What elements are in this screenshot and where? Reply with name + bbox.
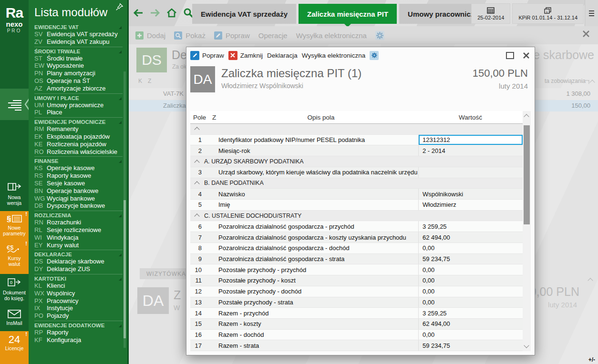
dialog-eshipping-menu[interactable]: Wysyłka elektroniczna [302,52,365,59]
back-icon[interactable] [133,7,144,19]
scrollbar-thumb[interactable] [524,125,530,224]
field-value-cell[interactable]: 2 - 2014 [418,145,523,156]
field-value-cell[interactable]: 12312312 [418,135,523,145]
home-icon[interactable] [166,7,177,19]
sidebar-module-item[interactable]: IX Instytucje [34,304,123,312]
table-field-row[interactable]: 8 Pozarolnicza działalność gospodarcza -… [190,243,523,254]
panel-scrollbar-thumb[interactable] [124,200,126,338]
table-field-row[interactable]: 1 Identyfikator podatkowy NIP/numer PESE… [190,135,523,146]
sidebar-module-item[interactable]: PN Plany amortyzacji [34,70,123,77]
module-section-header[interactable]: KARTOTEKI [34,274,123,282]
shortcut-nowa-wersja[interactable]: Nowa wersja [0,179,29,209]
table-field-row[interactable]: 13 Pozstałe przychody - strata 0,00 [190,297,523,308]
table-group-row[interactable] [190,124,523,135]
table-field-row[interactable]: 10 Pozostałe przychody - przychód 0,00 [190,264,523,275]
scroll-down-icon[interactable] [524,343,529,348]
module-section-header[interactable]: EWIDENCJE POMOCNICZE [34,117,123,125]
table-field-row[interactable]: 4 Nazwisko Wspólnikowski [190,189,523,200]
module-section-header[interactable]: ŚRODKI TRWAŁE [34,47,123,55]
shortcut-kursy-walut[interactable]: ! €$ Kursy walut [0,241,29,274]
table-field-row[interactable]: 12 Pozostałe przychody - dochód 0,00 [190,286,523,297]
sidebar-module-item[interactable]: RL Sesje rozliczeniowe [34,226,123,234]
sidebar-module-item[interactable]: OS Operacje na ŚT [34,77,123,85]
field-value-cell[interactable]: 0,00 [418,243,523,253]
sidebar-module-item[interactable]: WI Windykacja [34,234,123,242]
forward-icon[interactable] [149,7,161,19]
period-button[interactable]: 1 KPiR 01.01.14 - 31.12.14 [512,3,584,24]
sidebar-module-item[interactable]: DY Deklaracje ZUS [34,265,123,273]
sidebar-module-item[interactable]: SV Ewidencja VAT sprzedaży [34,30,123,38]
table-group-row[interactable]: A. URZĄD SKARBOWY PODATNIKA [190,156,523,167]
sidebar-module-item[interactable]: ZV Ewidencja VAT zakupu [34,38,123,46]
sidebar-module-item[interactable]: PO Pojazdy [34,312,123,320]
table-field-row[interactable]: 2 Miesiąc-rok 2 - 2014 [190,145,523,156]
table-field-row[interactable]: 15 Razem - koszty 62 494,00 [190,319,523,330]
field-value-cell[interactable]: 0,00 [418,297,523,308]
shortcut-nowe-parametry[interactable]: ! § Nowe parametry [0,211,29,241]
tab-zaliczka-miesieczna-pit[interactable]: Zaliczka miesięczna PIT [299,4,397,24]
shortcut-licencje[interactable]: ! 24 Licencje [0,331,29,364]
sidebar-module-item[interactable]: KS Operacje kasowe [34,164,123,172]
module-section-header[interactable]: FINANSE [34,156,123,164]
column-header-z[interactable]: Z [212,114,224,121]
window-close-icon[interactable] [523,52,530,59]
module-section-header[interactable]: EWIDENCJE VAT [34,23,123,30]
table-group-row[interactable]: B. DANE PODATNIKA [190,178,523,189]
sidebar-module-item[interactable]: RO Rozliczenia właścicielskie [34,148,123,156]
tab-ewidencja-vat-sprzedazy[interactable]: Ewidencja VAT sprzedaży [192,4,296,24]
sidebar-module-item[interactable]: RM Remanenty [34,125,123,133]
column-header-opis[interactable]: Opis pola [224,114,418,121]
sidebar-module-item[interactable]: WG Wyciągi bankowe [34,195,123,202]
field-value-cell[interactable]: 62 494,00 [418,319,523,329]
sidebar-module-item[interactable]: UM Umowy pracownicze [34,101,123,109]
table-field-row[interactable]: 9 Pozarolnicza działalność gospodarcza -… [190,254,523,265]
pin-icon[interactable] [115,3,124,11]
table-field-row[interactable]: 3 Urząd skarbowy, którym kieruje właściw… [190,167,523,178]
field-value-cell[interactable]: 0,00 [418,275,523,286]
field-value-cell[interactable]: 3 259,25 [418,221,523,232]
sidebar-module-item[interactable]: EK Eksploatacja pojazdów [34,133,123,141]
field-value-cell[interactable]: 59 234,75 [418,254,523,264]
sidebar-module-item[interactable]: KF Konfiguracja [34,336,123,344]
menu-icon[interactable] [585,0,598,26]
sidebar-module-item[interactable]: RP Raporty [34,329,123,336]
table-field-row[interactable]: 5 Imię Włodzimierz [190,200,523,211]
module-section-header[interactable]: UMOWY I PŁACE [34,93,123,101]
sidebar-module-item[interactable]: RN Rozrachunki [34,219,123,226]
current-date-button[interactable]: 25-02-2014 [471,3,510,24]
sidebar-module-item[interactable]: EY Kursy walut [34,242,123,249]
table-field-row[interactable]: 16 Razem - dochód 0,00 [190,330,523,341]
column-header-pole[interactable]: Pole [190,114,212,121]
sidebar-module-item[interactable]: KL Klienci [34,282,123,290]
sidebar-module-item[interactable]: ST Środki trwałe [34,55,123,62]
field-value-cell[interactable]: 3 259,25 [418,308,523,318]
table-group-row[interactable]: C. USTALENIE DOCHODU/STRATY [190,211,523,222]
field-value-cell[interactable]: 59 234,75 [418,340,523,351]
field-value-cell[interactable]: 0,00 [418,264,523,275]
sidebar-module-item[interactable]: RS Raporty kasowe [34,172,123,180]
shortcut-insmail[interactable]: InsMail [0,306,29,330]
sidebar-module-item[interactable]: DS Deklaracje skarbowe [34,258,123,265]
sidebar-module-item[interactable]: PL Płace [34,109,123,116]
dialog-declaration-menu[interactable]: Deklaracja [267,52,298,59]
column-header-wartosc[interactable]: Wartość [418,114,523,121]
shortcut-dokument-do-ksieg[interactable]: 0 Dokument do księg. [0,274,29,305]
field-value-cell[interactable]: Wspólnikowski [418,189,523,199]
table-field-row[interactable]: 6 Pozarolnicza działalność gospodarcza -… [190,221,523,232]
dialog-edit-button[interactable]: Popraw [190,51,224,60]
sidebar-module-item[interactable]: KE Rozliczenia pojazdów [34,141,123,148]
group-collapse-icon[interactable] [194,127,199,132]
sidebar-module-item[interactable]: DB Dyspozycje bankowe [34,202,123,210]
table-field-row[interactable]: 7 Pozarolnicza działalność gospodarcza -… [190,232,523,243]
module-section-header[interactable]: ROZLICZENIA [34,211,123,219]
gear-icon[interactable] [370,51,379,60]
field-value-cell[interactable]: 0,00 [418,286,523,297]
sidebar-module-item[interactable]: PX Pracownicy [34,297,123,305]
sidebar-module-item[interactable]: BN Operacje bankowe [34,187,123,195]
field-value-cell[interactable]: 0,00 [418,330,523,340]
group-collapse-icon[interactable] [194,160,199,165]
group-collapse-icon[interactable] [194,213,199,219]
sidebar-module-item[interactable]: WX Wspólnicy [34,290,123,297]
field-value-cell[interactable]: 62 494,00 [418,232,523,243]
module-section-header[interactable]: EWIDENCJE DODATKOWE [34,321,123,329]
